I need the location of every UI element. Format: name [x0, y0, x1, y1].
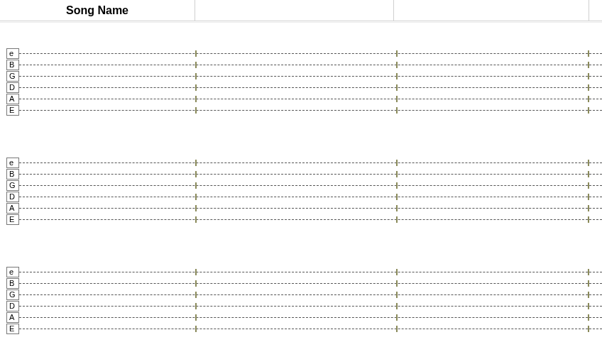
bar-mark — [588, 182, 589, 189]
string-row: e — [6, 48, 602, 59]
bar-mark — [396, 62, 398, 68]
bar-mark — [195, 303, 197, 309]
string-line[interactable] — [19, 82, 602, 93]
tab-sheet: Song Name eBGDAEeBGDAEeBGDAE — [0, 0, 602, 334]
string-label: A — [6, 94, 19, 104]
string-label: e — [6, 158, 19, 168]
string-label: E — [6, 214, 19, 225]
header-cell-4[interactable] — [589, 0, 602, 21]
string-row: e — [6, 157, 602, 168]
string-row: E — [6, 323, 602, 334]
bar-mark — [195, 182, 197, 189]
bar-marks — [19, 48, 602, 59]
string-line[interactable] — [19, 312, 602, 323]
bar-mark — [396, 280, 398, 287]
bar-mark — [195, 269, 197, 275]
string-line[interactable] — [19, 192, 602, 202]
bar-mark — [396, 326, 398, 332]
string-row: G — [6, 289, 602, 300]
string-line[interactable] — [19, 105, 602, 116]
string-label: E — [6, 105, 19, 116]
string-label: A — [6, 312, 19, 323]
string-line[interactable] — [19, 158, 602, 168]
bar-mark — [396, 50, 398, 57]
string-row: B — [6, 277, 602, 289]
bar-marks — [19, 214, 602, 225]
string-row: E — [6, 214, 602, 225]
bar-mark — [396, 171, 398, 177]
string-line[interactable] — [19, 180, 602, 191]
bar-mark — [195, 73, 197, 79]
string-line[interactable] — [19, 278, 602, 289]
bar-mark — [396, 269, 398, 275]
bar-marks — [19, 203, 602, 214]
bar-mark — [195, 314, 197, 321]
bar-mark — [588, 205, 589, 211]
string-line[interactable] — [19, 94, 602, 104]
string-line[interactable] — [19, 289, 602, 300]
string-row: e — [6, 266, 602, 277]
string-line[interactable] — [19, 71, 602, 82]
bar-marks — [19, 71, 602, 82]
string-row: B — [6, 168, 602, 180]
bar-marks — [19, 278, 602, 289]
bar-mark — [588, 269, 589, 275]
string-line[interactable] — [19, 267, 602, 277]
tab-staff: eBGDAE — [6, 48, 602, 116]
bar-mark — [195, 205, 197, 211]
tab-staff: eBGDAE — [6, 266, 602, 334]
string-label: D — [6, 301, 19, 311]
string-label: B — [6, 60, 19, 70]
string-row: A — [6, 93, 602, 104]
bar-mark — [396, 216, 398, 223]
string-label: B — [6, 169, 19, 180]
string-line[interactable] — [19, 214, 602, 225]
bar-mark — [396, 303, 398, 309]
string-label: G — [6, 71, 19, 82]
bar-mark — [195, 50, 197, 57]
bar-mark — [588, 50, 589, 57]
bar-mark — [195, 292, 197, 298]
bar-mark — [588, 292, 589, 298]
string-row: E — [6, 104, 602, 116]
bar-marks — [19, 324, 602, 334]
string-line[interactable] — [19, 203, 602, 214]
bar-mark — [195, 107, 197, 114]
bar-marks — [19, 301, 602, 311]
string-row: D — [6, 82, 602, 93]
bar-mark — [195, 160, 197, 166]
bar-mark — [195, 194, 197, 200]
bar-mark — [588, 194, 589, 200]
header-cell-3[interactable] — [394, 0, 589, 21]
string-line[interactable] — [19, 301, 602, 311]
string-label: e — [6, 48, 19, 59]
bar-mark — [588, 314, 589, 321]
string-line[interactable] — [19, 169, 602, 180]
string-label: G — [6, 180, 19, 191]
bar-mark — [588, 216, 589, 223]
header-row: Song Name — [0, 0, 602, 21]
bar-marks — [19, 192, 602, 202]
string-row: A — [6, 311, 602, 323]
bar-marks — [19, 180, 602, 191]
header-cell-song-name[interactable]: Song Name — [0, 0, 195, 21]
bar-mark — [195, 96, 197, 102]
string-label: e — [6, 267, 19, 277]
string-line[interactable] — [19, 324, 602, 334]
bar-marks — [19, 94, 602, 104]
bar-marks — [19, 60, 602, 70]
bar-marks — [19, 82, 602, 93]
string-label: E — [6, 324, 19, 334]
string-label: D — [6, 192, 19, 202]
string-line[interactable] — [19, 60, 602, 70]
string-line[interactable] — [19, 48, 602, 59]
bar-mark — [588, 171, 589, 177]
bar-mark — [195, 326, 197, 332]
string-row: D — [6, 191, 602, 202]
bar-marks — [19, 105, 602, 116]
bar-mark — [195, 280, 197, 287]
header-cell-2[interactable] — [195, 0, 394, 21]
string-row: A — [6, 202, 602, 214]
string-label: G — [6, 289, 19, 300]
string-row: G — [6, 180, 602, 191]
